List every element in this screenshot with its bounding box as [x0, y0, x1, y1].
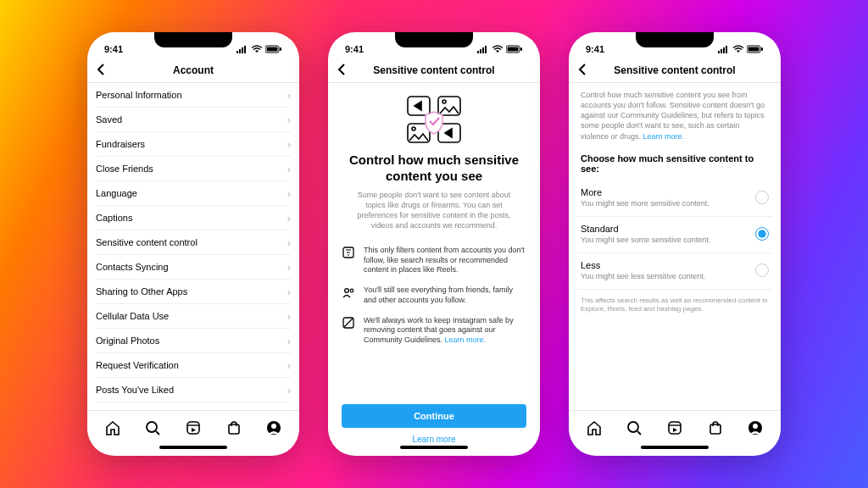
list-item[interactable]: Sharing to Other Apps›	[96, 280, 291, 304]
list-item-label: Posts You've Liked	[96, 385, 174, 395]
people-icon	[342, 286, 355, 305]
chevron-right-icon: ›	[287, 261, 291, 274]
svg-point-25	[412, 127, 415, 130]
tab-search[interactable]	[143, 419, 162, 437]
radio-icon	[755, 263, 769, 277]
chevron-left-icon	[96, 64, 106, 75]
svg-line-8	[156, 431, 159, 435]
svg-rect-5	[267, 47, 278, 52]
chevron-right-icon: ›	[287, 138, 291, 151]
signal-icon	[236, 45, 248, 53]
page-title: Account	[173, 64, 214, 76]
account-list: Personal Information› Saved› Fundraisers…	[87, 83, 299, 410]
option-less[interactable]: Less You might see less sensitive conten…	[577, 253, 772, 290]
bullet-text: We'll always work to keep Instagram safe…	[364, 316, 526, 346]
home-indicator[interactable]	[641, 446, 709, 449]
profile-icon	[747, 419, 764, 436]
tab-shop[interactable]	[706, 419, 725, 437]
tab-reels[interactable]	[184, 419, 203, 437]
chevron-right-icon: ›	[287, 359, 291, 372]
learn-more-inline-link[interactable]: Learn more.	[445, 336, 487, 344]
option-more[interactable]: More You might see more sensitive conten…	[577, 180, 772, 217]
chevron-right-icon: ›	[287, 286, 291, 298]
home-indicator[interactable]	[400, 446, 468, 449]
svg-point-7	[147, 422, 157, 432]
bullet-friends: You'll still see everything from friends…	[337, 280, 531, 310]
svg-rect-36	[721, 49, 722, 53]
notch	[395, 32, 473, 47]
status-time: 9:41	[586, 44, 604, 54]
svg-rect-9	[187, 422, 199, 434]
svg-point-42	[628, 422, 638, 432]
tab-profile[interactable]	[264, 419, 283, 437]
learn-more-link[interactable]: Learn more	[342, 428, 526, 444]
list-item-label: Sensitive content control	[96, 237, 198, 247]
back-button[interactable]	[96, 63, 106, 78]
svg-rect-15	[480, 49, 481, 53]
tab-profile[interactable]	[746, 419, 765, 437]
phone-sensitive-options: 9:41 Sensitive content control Control h…	[569, 32, 781, 456]
shop-icon	[707, 419, 724, 436]
hero-illustration	[337, 83, 531, 152]
list-item[interactable]: Captions›	[96, 206, 291, 230]
list-item[interactable]: Saved›	[96, 108, 291, 132]
tab-shop[interactable]	[225, 419, 243, 437]
svg-rect-41	[761, 47, 763, 51]
tab-reels[interactable]	[665, 419, 684, 437]
list-item[interactable]: Personal Information›	[96, 83, 291, 108]
svg-rect-20	[520, 47, 522, 51]
wifi-icon	[251, 45, 263, 53]
list-item-label: Request Verification	[96, 360, 179, 370]
learn-more-link[interactable]: Learn more.	[643, 132, 685, 141]
search-icon	[626, 419, 643, 436]
radio-icon	[755, 227, 769, 241]
list-item[interactable]: Cellular Data Use›	[96, 304, 291, 329]
home-indicator[interactable]	[159, 446, 227, 449]
list-item[interactable]: Language›	[96, 181, 291, 206]
filter-icon	[342, 246, 355, 275]
svg-rect-17	[485, 46, 487, 53]
continue-button[interactable]: Continue	[342, 404, 526, 428]
nav-bar: Sensitive content control	[328, 58, 540, 83]
list-item[interactable]: Sensitive content control›	[96, 230, 291, 255]
radio-icon	[755, 191, 769, 204]
battery-icon	[747, 45, 764, 53]
list-item[interactable]: Close Friends›	[96, 157, 291, 181]
list-item-label: Contacts Syncing	[96, 262, 169, 272]
nav-bar: Account	[87, 58, 299, 83]
list-item[interactable]: Posts You've Liked›	[96, 378, 291, 402]
options-content: Control how much sensitive content you s…	[569, 83, 781, 410]
tab-search[interactable]	[625, 419, 643, 437]
svg-rect-16	[482, 47, 484, 53]
hero-title: Control how much sensitive content you s…	[337, 152, 531, 185]
chevron-right-icon: ›	[287, 236, 291, 249]
svg-rect-35	[718, 51, 720, 53]
list-item-label: Personal Information	[96, 90, 182, 100]
back-button[interactable]	[577, 63, 587, 78]
wifi-icon	[492, 45, 504, 53]
phone-account: 9:41 Account Personal Information› Saved…	[87, 32, 299, 456]
chevron-right-icon: ›	[287, 212, 291, 225]
hero-subtitle: Some people don't want to see content ab…	[337, 185, 531, 241]
list-item[interactable]: Contacts Syncing›	[96, 255, 291, 280]
tab-bar	[569, 410, 781, 444]
list-item[interactable]: Original Photos›	[96, 329, 291, 353]
tab-home[interactable]	[585, 419, 604, 437]
svg-line-43	[637, 431, 641, 435]
svg-rect-11	[229, 424, 239, 434]
svg-rect-40	[748, 47, 760, 52]
home-icon	[104, 419, 121, 436]
status-time: 9:41	[104, 44, 123, 54]
svg-rect-0	[236, 51, 238, 53]
list-item[interactable]: Fundraisers›	[96, 132, 291, 157]
list-item[interactable]: Request Verification›	[96, 353, 291, 378]
back-button[interactable]	[337, 63, 347, 78]
chevron-right-icon: ›	[287, 163, 291, 175]
option-standard[interactable]: Standard You might see some sensitive co…	[577, 217, 772, 253]
svg-rect-37	[723, 47, 725, 53]
chevron-left-icon	[337, 64, 347, 75]
svg-point-48	[753, 424, 758, 429]
tab-home[interactable]	[103, 419, 122, 437]
list-item-label: Original Photos	[96, 336, 159, 346]
svg-rect-1	[239, 49, 241, 53]
